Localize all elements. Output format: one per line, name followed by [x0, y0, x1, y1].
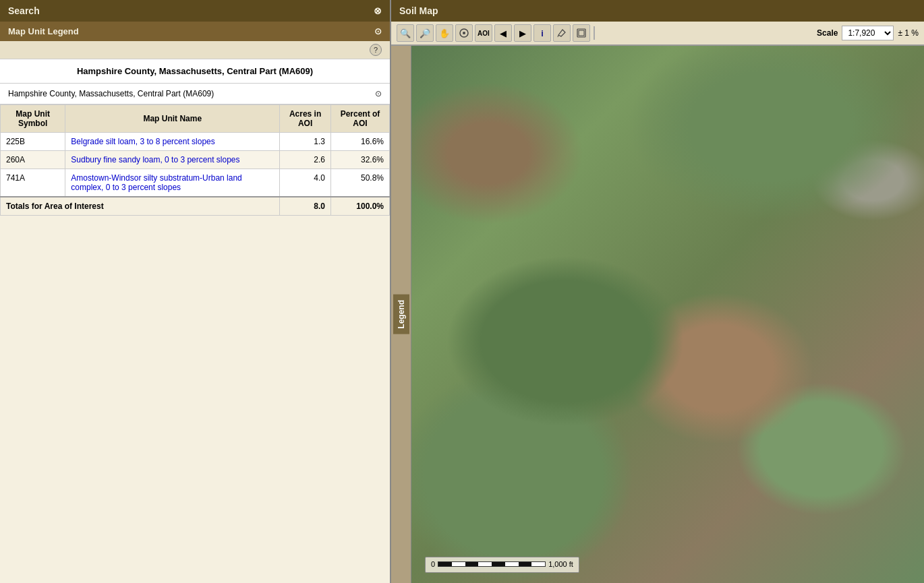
forward-button[interactable]: ▶: [514, 24, 531, 42]
soil-table: Map Unit Symbol Map Unit Name Acres in A…: [0, 104, 390, 216]
cell-symbol: 225B: [1, 133, 65, 151]
search-title: Search: [8, 5, 40, 16]
totals-row: Totals for Area of Interest 8.0 100.0%: [1, 197, 390, 216]
svg-line-2: [558, 35, 558, 37]
col-header-percent: Percent of AOI: [331, 105, 390, 133]
scale-bar-blocks: [438, 561, 546, 567]
full-extent-button[interactable]: [455, 24, 473, 42]
zoom-in-button[interactable]: 🔍: [397, 24, 414, 42]
map-with-legend: Legend 741A 260A 225B: [391, 46, 924, 583]
right-panel: Soil Map 🔍 🔎 ✋ AOI ◀ ▶ i Scale 1:7,920 1…: [391, 0, 924, 583]
soil-table-container: Map Unit Symbol Map Unit Name Acres in A…: [0, 104, 390, 583]
soil-map-title: Soil Map: [399, 5, 438, 16]
scale-block-4: [478, 562, 492, 566]
col-header-name: Map Unit Name: [65, 105, 280, 133]
scale-block-2: [452, 562, 465, 566]
table-row: 741AAmostown-Windsor silty substratum-Ur…: [1, 169, 390, 197]
back-button[interactable]: ◀: [494, 24, 512, 42]
scale-block-3: [465, 562, 479, 566]
legend-tab[interactable]: Legend: [393, 295, 409, 334]
col-header-acres: Acres in AOI: [280, 105, 331, 133]
table-row: 225BBelgrade silt loam, 3 to 8 percent s…: [1, 133, 390, 151]
cell-name[interactable]: Belgrade silt loam, 3 to 8 percent slope…: [65, 133, 280, 151]
totals-acres: 8.0: [280, 197, 331, 216]
cell-acres: 2.6: [280, 151, 331, 169]
svg-rect-4: [579, 30, 584, 36]
pan-button[interactable]: ✋: [436, 24, 453, 42]
scale-label: Scale: [817, 28, 838, 38]
survey-subtitle-text: Hampshire County, Massachusetts, Central…: [8, 89, 375, 98]
scale-bar-start: 0: [431, 560, 435, 568]
svg-point-1: [463, 32, 465, 34]
scale-bar: 0 1,000 ft: [425, 557, 579, 573]
map-svg-overlay: 741A 260A 225B 741A: [411, 46, 614, 147]
zoom-out-button[interactable]: 🔎: [416, 24, 434, 42]
scale-bar-graphic: 0 1,000 ft: [431, 560, 573, 568]
toolbar-separator: [594, 26, 595, 40]
survey-title: Hampshire County, Massachusetts, Central…: [8, 66, 382, 76]
totals-percent: 100.0%: [331, 197, 390, 216]
legend-title: Map Unit Legend: [8, 26, 79, 36]
soil-map-header: Soil Map: [391, 0, 924, 22]
totals-label: Totals for Area of Interest: [1, 197, 280, 216]
toolbar: 🔍 🔎 ✋ AOI ◀ ▶ i Scale 1:7,920 1:5,000 1:…: [391, 22, 924, 46]
survey-subtitle-row: Hampshire County, Massachusetts, Central…: [0, 84, 390, 104]
table-row: 260ASudbury fine sandy loam, 0 to 3 perc…: [1, 151, 390, 169]
draw-button[interactable]: [553, 24, 571, 42]
cell-percent: 16.6%: [331, 133, 390, 151]
scale-block-8: [531, 562, 545, 566]
scale-block-7: [519, 562, 532, 566]
cell-name[interactable]: Sudbury fine sandy loam, 0 to 3 percent …: [65, 151, 280, 169]
subtitle-collapse-icon[interactable]: ⊙: [375, 89, 382, 98]
identify-button[interactable]: i: [533, 24, 551, 42]
scale-block-6: [505, 562, 519, 566]
scale-select[interactable]: 1:7,920 1:5,000 1:10,000 1:25,000: [842, 26, 894, 40]
aoi-button[interactable]: AOI: [475, 24, 492, 42]
map-area[interactable]: 741A 260A 225B 741A 0: [411, 46, 924, 583]
cell-percent: 32.6%: [331, 151, 390, 169]
scale-section: Scale 1:7,920 1:5,000 1:10,000 1:25,000 …: [817, 26, 919, 40]
export-button[interactable]: [573, 24, 590, 42]
cell-symbol: 741A: [1, 169, 65, 197]
legend-collapse-icon[interactable]: ⊙: [374, 26, 382, 36]
legend-header: Map Unit Legend ⊙: [0, 22, 390, 41]
legend-sidebar[interactable]: Legend: [391, 46, 411, 583]
help-bar: ?: [0, 41, 390, 59]
map-background: 741A 260A 225B 741A 0: [411, 46, 924, 583]
col-header-symbol: Map Unit Symbol: [1, 105, 65, 133]
scale-block-1: [438, 562, 452, 566]
search-collapse-icon[interactable]: ⊗: [374, 5, 382, 16]
left-panel: Search ⊗ Map Unit Legend ⊙ ? Hampshire C…: [0, 0, 391, 583]
scale-bar-end: 1,000 ft: [548, 560, 573, 568]
cell-acres: 1.3: [280, 133, 331, 151]
cell-percent: 50.8%: [331, 169, 390, 197]
cell-acres: 4.0: [280, 169, 331, 197]
survey-title-section: Hampshire County, Massachusetts, Central…: [0, 59, 390, 84]
scale-block-5: [492, 562, 505, 566]
help-icon[interactable]: ?: [370, 44, 382, 56]
scale-tolerance: ± 1 %: [898, 28, 919, 38]
cell-symbol: 260A: [1, 151, 65, 169]
search-header: Search ⊗: [0, 0, 390, 22]
cell-name[interactable]: Amostown-Windsor silty substratum-Urban …: [65, 169, 280, 197]
